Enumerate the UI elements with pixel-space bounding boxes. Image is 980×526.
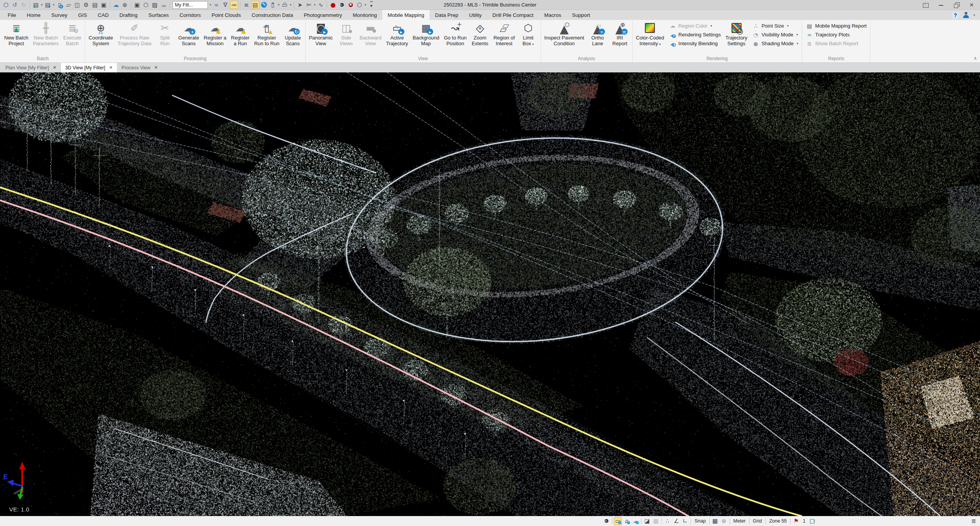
ribbon-tab-cad[interactable]: CAD [92, 10, 114, 20]
ribbon-tab-point-clouds[interactable]: Point Clouds [206, 10, 247, 20]
web-map-icon[interactable]: ⊕ [121, 1, 129, 9]
view-filter-manager-icon[interactable]: ≔ [230, 1, 238, 9]
project-settings-icon[interactable]: ⚙ [82, 1, 90, 9]
edit-tool-icon[interactable]: ✎ [260, 1, 268, 9]
ribbon-button-visibility-mode[interactable]: ◔Visibility Mode▾ [750, 30, 800, 39]
ribbon-tab-data-prep[interactable]: Data Prep [429, 10, 464, 20]
ribbon-button-region-color[interactable]: ☁Region Color▾ [667, 21, 722, 30]
ribbon-tab-support[interactable]: Support [567, 10, 595, 20]
ribbon-button-generate-scans[interactable]: ☁+GenerateScans [176, 21, 201, 46]
user-account-caret-icon[interactable]: ▾ [973, 13, 975, 17]
contrast-mode-icon[interactable]: ◪ [643, 517, 651, 525]
point-cloud-view-icon[interactable]: ☁ [159, 1, 168, 9]
ribbon-button-register-a-mission[interactable]: ☁▲Register aMission [201, 21, 229, 46]
measure-tool-icon[interactable]: ✄ [305, 1, 313, 9]
device-pane-icon[interactable]: ▣ [100, 1, 108, 9]
open-project-icon[interactable]: ▱ [64, 1, 72, 9]
ribbon-button-panoramic-view[interactable]: ◙▸PanoramicView [307, 21, 335, 46]
minimize-button[interactable] [939, 2, 944, 8]
internet-download-icon[interactable]: ☁✦ [112, 1, 120, 9]
undo-icon[interactable]: ↺ [11, 1, 19, 9]
ribbon-tab-utility[interactable]: Utility [464, 10, 487, 20]
status-console-icon[interactable]: >_ [602, 517, 610, 525]
ribbon-tab-monitoring[interactable]: Monitoring [347, 10, 382, 20]
ribbon-display-options-icon[interactable] [923, 3, 929, 8]
ribbon-button-backward-view[interactable]: ▬●BackwardView [357, 21, 384, 46]
restore-button[interactable] [954, 2, 959, 8]
status-zone-55[interactable]: Zone 55 [767, 518, 789, 524]
ribbon-tab-drafting[interactable]: Drafting [114, 10, 143, 20]
ribbon-button-active-trajectory[interactable]: ▭∿▸ActiveTrajectory [384, 21, 410, 46]
stop-close-icon[interactable]: ✖ [347, 1, 355, 9]
ribbon-tab-drill-pile-compact[interactable]: Drill Pile Compact [487, 10, 539, 20]
ribbon-button-split-run[interactable]: ✂SplitRun [154, 21, 176, 46]
view-tab-3d-view-my-filter[interactable]: 3D View [My Filter]✕ [61, 63, 117, 72]
ribbon-button-rendering-settings[interactable]: ☁⚙Rendering Settings [667, 30, 722, 39]
3d-scene-canvas[interactable] [0, 72, 980, 516]
ribbon-tab-survey[interactable]: Survey [46, 10, 73, 20]
plan-view-icon[interactable]: ▣ [133, 1, 141, 9]
status-snap[interactable]: Snap [692, 518, 707, 524]
command-console-icon[interactable]: >_ [338, 1, 346, 9]
view-cube-caret-icon[interactable]: ▾ [365, 3, 366, 7]
ribbon-button-process-raw-trajectory-data[interactable]: ✐Process RawTrajectory Data [115, 21, 154, 46]
ribbon-tab-mobile-mapping[interactable]: Mobile Mapping [382, 10, 429, 20]
close-button[interactable]: ✕ [969, 2, 974, 8]
ribbon-button-execute-batch[interactable]: ≣⚙ExecuteBatch [61, 21, 84, 46]
ribbon-button-inspect-pavement-condition[interactable]: ▲○Inspect PavementCondition [542, 21, 587, 46]
ribbon-button-side-views[interactable]: ◫●SideViews [335, 21, 357, 46]
status-menu-icon[interactable]: ≣ [970, 517, 978, 525]
ribbon-button-region-of-interest[interactable]: ▱▱Region ofInterest [491, 21, 517, 46]
ribbon-button-intensity-blending[interactable]: ☁◑Intensity Blending [667, 39, 722, 48]
report-document-icon[interactable]: ▤ [91, 1, 99, 9]
ribbon-button-new-batch-parameters[interactable]: ╫New BatchParameters [31, 21, 61, 46]
ribbon-tab-surfaces[interactable]: Surfaces [143, 10, 174, 20]
select-point-cloud-icon[interactable]: ☁◦ [631, 517, 640, 525]
station-view-icon[interactable]: ▨ [151, 1, 159, 9]
line-snap-icon[interactable]: ∠ [672, 517, 680, 525]
map-toggle-icon[interactable]: ▦ [711, 517, 719, 525]
record-button-icon[interactable]: ● [329, 1, 337, 9]
print-caret-icon[interactable]: ▾ [290, 3, 291, 7]
ribbon-button-point-size[interactable]: ∴Point Size▾ [750, 21, 800, 30]
ribbon-button-limit-box[interactable]: ⬡LimitBox▾ [517, 21, 539, 47]
trimble-logo-icon[interactable]: ⬡ [2, 1, 10, 9]
user-account-icon[interactable] [963, 12, 969, 18]
ribbon-tab-construction-data[interactable]: Construction Data [246, 10, 298, 20]
import-file-caret-icon[interactable]: ▾ [41, 3, 43, 7]
ribbon-button-trajectory-plots[interactable]: ≈Trajectory Plots [804, 30, 868, 39]
redo-icon[interactable]: ↻ [20, 1, 28, 9]
select-rectangle-icon[interactable]: ▭◦ [614, 517, 622, 525]
help-button[interactable]: ? [952, 12, 959, 18]
layer-manager-icon[interactable]: ≡◦ [242, 1, 250, 9]
ribbon-button-show-batch-report[interactable]: ≣Show Batch Report [804, 39, 868, 48]
ribbon-button-background-map[interactable]: ▦▸BackgroundMap [410, 21, 441, 46]
ribbon-tab-photogrammetry[interactable]: Photogrammetry [298, 10, 347, 20]
clipboard-caret-icon[interactable]: ▾ [278, 3, 280, 7]
export-file-icon[interactable]: ▤▸ [44, 1, 52, 9]
ortho-snap-icon[interactable]: ∟ [681, 517, 689, 525]
close-tab-icon[interactable]: ✕ [109, 65, 113, 70]
flag-icon[interactable]: ⚑ [792, 517, 800, 525]
save-icon[interactable]: ◫ [73, 1, 81, 9]
status-grid[interactable]: Grid [751, 518, 764, 524]
import-file-icon[interactable]: ▤◂ [32, 1, 40, 9]
view-tab-process-view[interactable]: Process View✕ [117, 63, 162, 72]
ribbon-tab-corridors[interactable]: Corridors [174, 10, 206, 20]
ribbon-button-shading-mode[interactable]: ●Shading Mode▾ [750, 39, 800, 48]
view-filter-caret-icon[interactable]: ▾ [210, 3, 211, 7]
select-tool-icon[interactable]: ➤ [296, 1, 304, 9]
point-snap-icon[interactable]: ∴ [663, 517, 671, 525]
project-explorer-icon[interactable]: ▤ [251, 1, 259, 9]
export-file-caret-icon[interactable]: ▾ [53, 3, 54, 7]
ribbon-button-new-batch-project[interactable]: ≣▲New BatchProject [2, 21, 31, 46]
ribbon-tab-macros[interactable]: Macros [539, 10, 567, 20]
ribbon-button-go-to-run-position[interactable]: ↝+Go to RunPosition [442, 21, 469, 46]
filter-links-icon[interactable]: ∞ [212, 1, 220, 9]
ribbon-tab-gis[interactable]: GIS [73, 10, 92, 20]
grid-toggle-icon[interactable]: ▦ [652, 517, 660, 525]
3d-view-icon[interactable]: ⬡ [142, 1, 150, 9]
ribbon-tab-home[interactable]: Home [21, 10, 46, 20]
status-meter[interactable]: Meter [732, 518, 748, 524]
view-tab-plan-view-my-filter[interactable]: Plan View [My Filter]✕ [1, 63, 61, 72]
